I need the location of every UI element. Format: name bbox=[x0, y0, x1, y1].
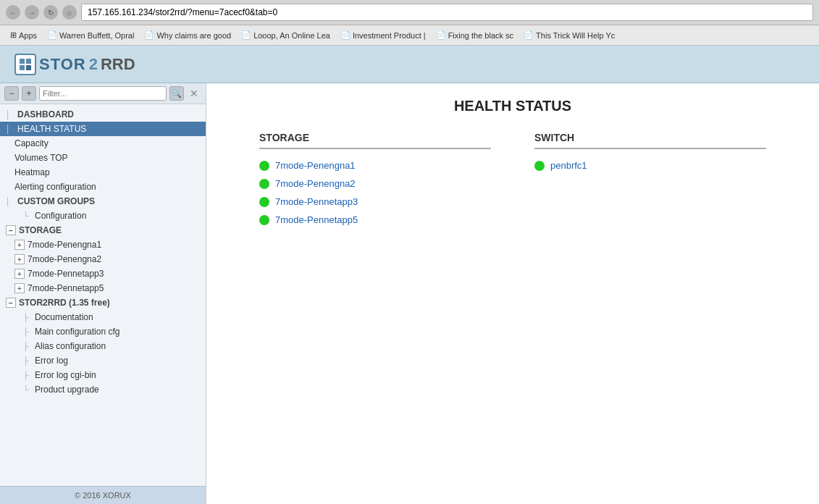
logo: STOR 2 RRD bbox=[14, 54, 135, 75]
bookmark-0[interactable]: 📄 Warren Buffett, Opral bbox=[43, 29, 138, 41]
7mode-netapp3-toggle[interactable]: + bbox=[14, 269, 25, 279]
sidebar-item-error-log[interactable]: ├ Error log bbox=[0, 353, 206, 368]
product-upgrade-line: └ bbox=[23, 385, 32, 394]
sidebar-item-7mode-na1[interactable]: + 7mode-Penengna1 bbox=[0, 238, 206, 252]
sidebar-item-product-upgrade[interactable]: └ Product upgrade bbox=[0, 382, 206, 397]
footer-text: © 2016 XORUX bbox=[75, 491, 131, 500]
storage-item-0: 7mode-Penengna1 bbox=[259, 156, 491, 175]
bookmark-1[interactable]: 📄 Why claims are good bbox=[140, 29, 235, 41]
bookmark-label-2: Looop, An Online Lea bbox=[253, 31, 330, 40]
sidebar-item-error-log-cgi[interactable]: ├ Error log cgi-bin bbox=[0, 368, 206, 382]
bookmark-label-5: This Trick Will Help Yc bbox=[536, 31, 615, 40]
reload-button[interactable]: ↻ bbox=[43, 5, 58, 20]
error-log-line: ├ bbox=[23, 356, 32, 365]
switch-item-0: penbrfc1 bbox=[534, 156, 766, 175]
custom-groups-line: │ bbox=[6, 197, 14, 206]
bookmark-3[interactable]: 📄 Investment Product | bbox=[336, 29, 430, 41]
7mode-na2-toggle[interactable]: + bbox=[14, 254, 25, 264]
error-log-label: Error log bbox=[35, 356, 68, 366]
documentation-label: Documentation bbox=[35, 312, 93, 322]
alias-line: ├ bbox=[23, 342, 32, 350]
main-config-line: ├ bbox=[23, 327, 32, 336]
page-icon-5: 📄 bbox=[524, 30, 534, 40]
sidebar-item-alias-config[interactable]: ├ Alias configuration bbox=[0, 339, 206, 353]
status-dot-storage-1 bbox=[259, 179, 269, 189]
7mode-na2-label: 7mode-Penengna2 bbox=[28, 254, 101, 264]
bookmark-4[interactable]: 📄 Fixing the black sc bbox=[432, 29, 518, 41]
sidebar-item-heatmap[interactable]: Heatmap bbox=[0, 165, 206, 180]
storage-link-0[interactable]: 7mode-Penengna1 bbox=[275, 160, 356, 171]
sidebar-item-capacity[interactable]: Capacity bbox=[0, 136, 206, 151]
expand-button[interactable]: + bbox=[22, 86, 36, 101]
health-grid: STORAGE 7mode-Penengna1 7mode-Penengna2 … bbox=[235, 132, 790, 229]
clear-filter-button[interactable]: ✕ bbox=[187, 86, 201, 101]
storage-header: STORAGE bbox=[259, 132, 491, 149]
dashboard-label: DASHBOARD bbox=[17, 109, 74, 119]
page-icon-2: 📄 bbox=[241, 30, 251, 40]
bookmark-5[interactable]: 📄 This Trick Will Help Yc bbox=[519, 29, 619, 41]
7mode-na1-toggle[interactable]: + bbox=[14, 240, 25, 250]
switch-header: SWITCH bbox=[534, 132, 766, 149]
health-line: │ bbox=[6, 125, 14, 133]
address-bar[interactable] bbox=[81, 4, 813, 21]
7mode-netapp3-label: 7mode-Pennetapp3 bbox=[28, 269, 104, 279]
page-title: HEALTH STATUS bbox=[235, 98, 790, 114]
7mode-na1-label: 7mode-Penengna1 bbox=[28, 240, 101, 250]
config-line: └ bbox=[23, 211, 32, 220]
sidebar-item-custom-groups[interactable]: │ CUSTOM GROUPS bbox=[0, 194, 206, 209]
sidebar-item-volumes-top[interactable]: Volumes TOP bbox=[0, 151, 206, 165]
apps-label: Apps bbox=[19, 31, 37, 40]
page-icon-0: 📄 bbox=[47, 30, 57, 40]
logo-bar: STOR 2 RRD bbox=[0, 46, 819, 83]
svg-rect-0 bbox=[20, 59, 25, 64]
logo-icon bbox=[14, 54, 36, 75]
page-icon-3: 📄 bbox=[340, 30, 350, 40]
doc-line: ├ bbox=[23, 313, 32, 322]
status-dot-switch-0 bbox=[534, 161, 545, 171]
configuration-label: Configuration bbox=[35, 211, 86, 221]
sidebar-item-storage-section[interactable]: − STORAGE bbox=[0, 223, 206, 238]
bookmarks-bar: ⊞ Apps 📄 Warren Buffett, Opral 📄 Why cla… bbox=[0, 25, 819, 46]
storage-section-label: STORAGE bbox=[19, 225, 62, 235]
stor2rrd-toggle[interactable]: − bbox=[6, 298, 16, 308]
filter-input[interactable] bbox=[39, 86, 167, 101]
storage-link-3[interactable]: 7mode-Pennetapp5 bbox=[275, 214, 358, 225]
sidebar-item-health-status[interactable]: │ HEALTH STATUS bbox=[0, 122, 206, 136]
sidebar-item-configuration[interactable]: └ Configuration bbox=[0, 209, 206, 223]
alias-config-label: Alias configuration bbox=[35, 341, 106, 351]
status-dot-storage-3 bbox=[259, 215, 269, 225]
bookmark-label-3: Investment Product | bbox=[353, 31, 426, 40]
storage-link-1[interactable]: 7mode-Penengna2 bbox=[275, 178, 356, 189]
main-layout: − + 🔍 ✕ │ DASHBOARD │ HEALTH STATUS bbox=[0, 83, 819, 504]
logo-sep: 2 bbox=[89, 55, 98, 74]
storage-item-3: 7mode-Pennetapp5 bbox=[259, 211, 491, 229]
storage-toggle[interactable]: − bbox=[6, 225, 16, 235]
main-config-label: Main configuration cfg bbox=[35, 327, 119, 337]
error-log-cgi-line: ├ bbox=[23, 371, 32, 379]
sidebar-item-documentation[interactable]: ├ Documentation bbox=[0, 310, 206, 324]
sidebar-item-7mode-netapp5[interactable]: + 7mode-Pennetapp5 bbox=[0, 281, 206, 295]
content-area: HEALTH STATUS STORAGE 7mode-Penengna1 7m… bbox=[206, 83, 819, 504]
bookmark-2[interactable]: 📄 Looop, An Online Lea bbox=[237, 29, 335, 41]
sidebar-item-dashboard[interactable]: │ DASHBOARD bbox=[0, 107, 206, 122]
collapse-button[interactable]: − bbox=[4, 86, 19, 101]
stor2rrd-label: STOR2RRD (1.35 free) bbox=[19, 298, 110, 308]
apps-grid-icon: ⊞ bbox=[10, 30, 17, 40]
sidebar-item-stor2rrd[interactable]: − STOR2RRD (1.35 free) bbox=[0, 295, 206, 310]
error-log-cgi-label: Error log cgi-bin bbox=[35, 370, 96, 380]
sidebar-item-alerting-config[interactable]: Alerting configuration bbox=[0, 180, 206, 194]
bookmark-label-4: Fixing the black sc bbox=[448, 31, 513, 40]
sidebar-item-main-config[interactable]: ├ Main configuration cfg bbox=[0, 324, 206, 339]
back-button[interactable]: ← bbox=[6, 5, 20, 20]
forward-button[interactable]: → bbox=[25, 5, 39, 20]
apps-bookmark[interactable]: ⊞ Apps bbox=[6, 29, 41, 41]
home-button[interactable]: ⌂ bbox=[62, 5, 77, 20]
svg-rect-3 bbox=[26, 65, 31, 70]
bookmark-label-0: Warren Buffett, Opral bbox=[59, 31, 134, 40]
sidebar-item-7mode-netapp3[interactable]: + 7mode-Pennetapp3 bbox=[0, 266, 206, 281]
search-button[interactable]: 🔍 bbox=[169, 86, 184, 101]
sidebar-item-7mode-na2[interactable]: + 7mode-Penengna2 bbox=[0, 252, 206, 266]
switch-link-0[interactable]: penbrfc1 bbox=[550, 160, 587, 171]
storage-link-2[interactable]: 7mode-Pennetapp3 bbox=[275, 196, 358, 207]
7mode-netapp5-toggle[interactable]: + bbox=[14, 283, 25, 293]
